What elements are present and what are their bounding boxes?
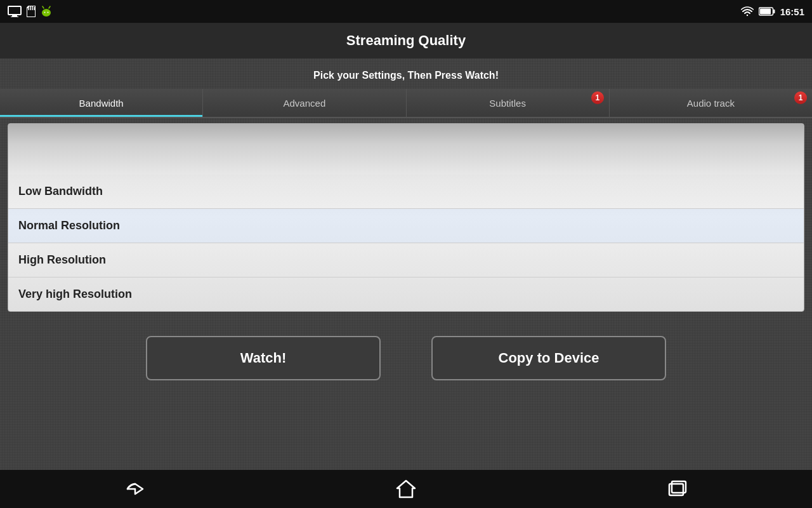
tab-advanced-label: Advanced bbox=[284, 98, 326, 109]
subtitles-badge: 1 bbox=[591, 91, 604, 104]
list-item-very-high-resolution[interactable]: Very high Resolution bbox=[8, 277, 804, 311]
tabs-container: Bandwidth Advanced Subtitles 1 Audio tra… bbox=[0, 89, 812, 118]
screen-icon bbox=[8, 6, 22, 17]
status-bar-left bbox=[8, 6, 52, 17]
tab-bandwidth-label: Bandwidth bbox=[79, 98, 124, 109]
recents-icon bbox=[667, 480, 687, 498]
nav-bar bbox=[0, 470, 812, 508]
home-icon bbox=[396, 479, 416, 498]
svg-rect-2 bbox=[11, 17, 18, 17]
subtitle: Pick your Settings, Then Press Watch! bbox=[0, 58, 812, 89]
app-container: Streaming Quality Pick your Settings, Th… bbox=[0, 23, 812, 470]
svg-point-9 bbox=[48, 12, 49, 13]
list-gradient-header bbox=[8, 124, 804, 175]
tab-bandwidth[interactable]: Bandwidth bbox=[0, 89, 203, 117]
svg-rect-14 bbox=[760, 9, 771, 15]
recents-button[interactable] bbox=[661, 476, 693, 502]
home-button[interactable] bbox=[390, 476, 422, 502]
watch-button[interactable]: Watch! bbox=[146, 336, 381, 380]
battery-icon bbox=[759, 7, 775, 16]
svg-line-10 bbox=[43, 6, 44, 8]
copy-to-device-button[interactable]: Copy to Device bbox=[431, 336, 666, 380]
status-bar-right: 16:51 bbox=[741, 6, 804, 17]
page-title: Streaming Quality bbox=[346, 32, 466, 49]
svg-rect-1 bbox=[12, 15, 17, 17]
buttons-area: Watch! Copy to Device bbox=[0, 317, 812, 399]
svg-line-11 bbox=[49, 6, 50, 8]
tab-audio-track-label: Audio track bbox=[687, 98, 735, 109]
title-bar: Streaming Quality bbox=[0, 23, 812, 58]
svg-marker-15 bbox=[397, 481, 415, 497]
audio-track-badge: 1 bbox=[794, 91, 807, 104]
sd-card-icon bbox=[27, 6, 36, 17]
svg-rect-0 bbox=[8, 6, 21, 15]
tab-advanced[interactable]: Advanced bbox=[203, 89, 406, 117]
svg-point-7 bbox=[42, 9, 51, 17]
time-display: 16:51 bbox=[780, 6, 804, 17]
android-icon bbox=[41, 6, 52, 17]
svg-point-8 bbox=[44, 12, 46, 13]
quality-list: Low Bandwidth Normal Resolution High Res… bbox=[8, 123, 804, 312]
wifi-icon bbox=[741, 6, 754, 17]
tab-audio-track[interactable]: Audio track 1 bbox=[610, 89, 812, 117]
tab-subtitles-label: Subtitles bbox=[489, 98, 526, 109]
back-icon bbox=[124, 480, 147, 498]
status-bar: 16:51 bbox=[0, 0, 812, 23]
list-item-normal-resolution[interactable]: Normal Resolution bbox=[8, 209, 804, 243]
tab-subtitles[interactable]: Subtitles 1 bbox=[407, 89, 610, 117]
list-item-low-bandwidth[interactable]: Low Bandwidth bbox=[8, 175, 804, 209]
svg-rect-13 bbox=[773, 10, 775, 13]
list-item-high-resolution[interactable]: High Resolution bbox=[8, 243, 804, 277]
back-button[interactable] bbox=[119, 476, 151, 502]
